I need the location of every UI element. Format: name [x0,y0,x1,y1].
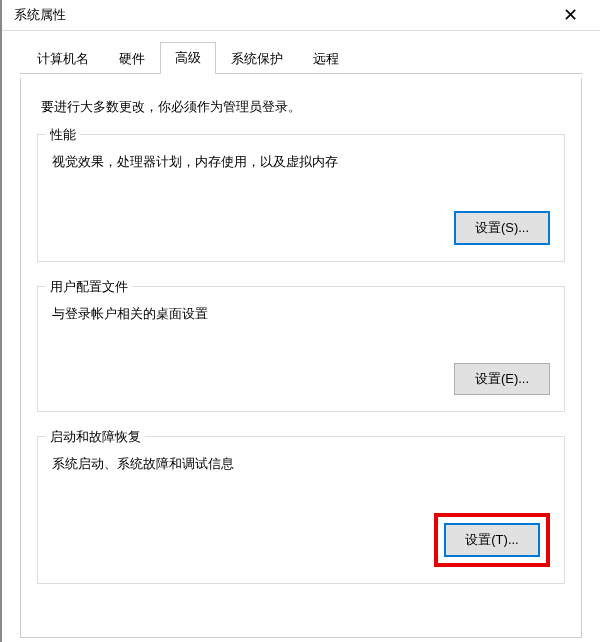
system-properties-window: 系统属性 ✕ 计算机名 硬件 高级 系统保护 远程 要进行大多数更改，你必须作为… [0,0,600,642]
tab-strip: 计算机名 硬件 高级 系统保护 远程 [20,41,582,74]
group-performance-actions: 设置(S)... [52,211,550,245]
group-user-profiles-desc: 与登录帐户相关的桌面设置 [52,305,550,323]
group-performance-legend: 性能 [46,126,80,144]
tab-computer-name[interactable]: 计算机名 [22,43,104,74]
close-icon[interactable]: ✕ [550,6,590,24]
window-title: 系统属性 [14,6,66,24]
tab-hardware[interactable]: 硬件 [104,43,160,74]
tab-advanced[interactable]: 高级 [160,42,216,74]
startup-recovery-settings-button[interactable]: 设置(T)... [444,523,540,557]
titlebar: 系统属性 ✕ [2,0,600,31]
admin-intro-text: 要进行大多数更改，你必须作为管理员登录。 [41,98,561,116]
group-performance-desc: 视觉效果，处理器计划，内存使用，以及虚拟内存 [52,153,550,171]
highlight-box: 设置(T)... [434,513,550,567]
tab-system-protection[interactable]: 系统保护 [216,43,298,74]
content-area: 计算机名 硬件 高级 系统保护 远程 要进行大多数更改，你必须作为管理员登录。 … [2,31,600,642]
group-startup-recovery-desc: 系统启动、系统故障和调试信息 [52,455,550,473]
performance-settings-button[interactable]: 设置(S)... [454,211,550,245]
tab-body-advanced: 要进行大多数更改，你必须作为管理员登录。 性能 视觉效果，处理器计划，内存使用，… [20,78,582,638]
group-startup-recovery-actions: 设置(T)... [52,513,550,567]
group-startup-recovery: 启动和故障恢复 系统启动、系统故障和调试信息 设置(T)... [37,436,565,584]
group-user-profiles-actions: 设置(E)... [52,363,550,395]
group-performance: 性能 视觉效果，处理器计划，内存使用，以及虚拟内存 设置(S)... [37,134,565,262]
group-user-profiles: 用户配置文件 与登录帐户相关的桌面设置 设置(E)... [37,286,565,412]
tab-remote[interactable]: 远程 [298,43,354,74]
group-startup-recovery-legend: 启动和故障恢复 [46,428,145,446]
group-user-profiles-legend: 用户配置文件 [46,278,132,296]
user-profiles-settings-button[interactable]: 设置(E)... [454,363,550,395]
